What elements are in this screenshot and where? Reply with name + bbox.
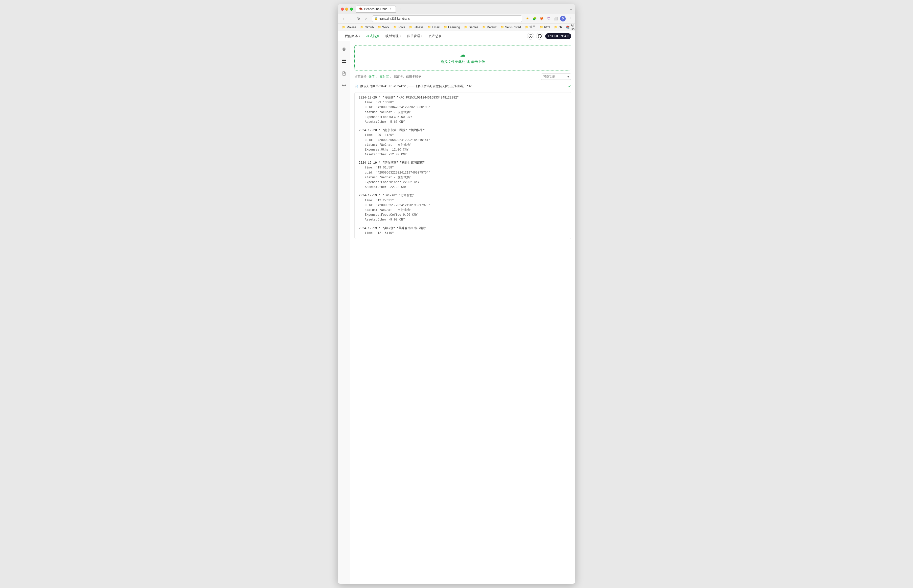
all-bookmarks-button[interactable]: 📚 All Bookmarks xyxy=(564,24,575,31)
bookmark-games[interactable]: 📁 Games xyxy=(462,25,480,30)
bookmark-label: Games xyxy=(469,26,479,29)
transaction-date: 2024-12-20 * "南京市第一医院" "预约挂号" xyxy=(359,128,567,133)
bookmark-folder-icon: 📁 xyxy=(444,26,447,29)
upload-cloud-icon: ☁ xyxy=(361,52,565,58)
close-button[interactable] xyxy=(341,8,344,11)
bookmark-changyong[interactable]: 📁 常用 xyxy=(523,24,537,30)
bookmark-label: ph xyxy=(558,26,562,29)
support-link-wechat[interactable]: 微信 xyxy=(369,74,375,79)
bookmark-github[interactable]: 📁 Github xyxy=(358,25,376,30)
file-name-text: 微信支付账单(20241001-20241220)——【解压密码可在微信支付公众… xyxy=(360,84,471,89)
file-document-icon: 📄 xyxy=(355,85,358,88)
svg-rect-2 xyxy=(342,60,344,61)
transaction-uuid: uuid: "4200002517202412190198217979" xyxy=(359,203,567,208)
menu-item-mapping[interactable]: 映射管理 ▾ xyxy=(382,32,404,40)
bookmark-default[interactable]: 📁 Default xyxy=(481,25,498,30)
menu-item-format[interactable]: 格式转换 xyxy=(363,32,382,40)
maximize-button[interactable] xyxy=(350,8,353,11)
content-area: ☁ 拖拽文件至此处 或 单击上传 当前支持 微信 、 支付宝 、 储蓄卡、信用卡… xyxy=(350,41,575,584)
bookmark-folder-icon: 📁 xyxy=(393,26,397,29)
traffic-lights xyxy=(341,8,353,11)
all-bookmarks-icon: 📚 xyxy=(566,26,570,29)
sidebar-settings-icon[interactable] xyxy=(340,82,348,90)
bookmark-folder-icon: 📁 xyxy=(427,26,431,29)
menu-item-assets[interactable]: 资产总表 xyxy=(426,32,445,40)
reload-button[interactable]: ↻ xyxy=(355,15,362,22)
svg-rect-5 xyxy=(344,61,346,63)
support-select[interactable]: 可选功能 ▾ xyxy=(541,73,571,80)
upload-text: 拖拽文件至此处 或 单击上传 xyxy=(361,60,565,64)
bookmark-label: Movies xyxy=(346,26,356,29)
extension-icon-2[interactable]: 🦊 xyxy=(539,16,544,21)
transaction-time: time: "09:11:20" xyxy=(359,133,567,138)
app-window: 🫘 Beancount-Trans × + ⌄ ‹ › ↻ ⌂ 🔒 trans.… xyxy=(338,4,575,584)
transaction-time: time: "12:15:10" xyxy=(359,231,567,236)
bookmark-label: 常用 xyxy=(529,25,536,29)
bookmark-self-hosted[interactable]: 📁 Self-Hosted xyxy=(499,25,523,30)
bookmark-label: Email xyxy=(432,26,440,29)
upload-zone[interactable]: ☁ 拖拽文件至此处 或 单击上传 xyxy=(355,45,571,71)
transaction-uuid: uuid: "4200002568202412202185210141" xyxy=(359,138,567,143)
github-icon xyxy=(537,34,542,38)
sidebar-grid-icon[interactable] xyxy=(340,57,348,65)
bookmark-label: Tools xyxy=(398,26,405,29)
bookmark-folder-icon: 📁 xyxy=(525,26,529,29)
extension-icon-4[interactable]: ⬜ xyxy=(553,16,558,21)
user-badge[interactable]: 17366002954 ▾ xyxy=(545,33,571,39)
menu-item-billing[interactable]: 账单管理 ▾ xyxy=(404,32,426,40)
bookmark-learning[interactable]: 📁 Learning xyxy=(442,25,462,30)
bookmark-fitness[interactable]: 📁 Fitness xyxy=(407,25,425,30)
minimize-button[interactable] xyxy=(345,8,348,11)
transaction-uuid: uuid: "4200002384202412209618030193" xyxy=(359,105,567,110)
extension-icon-3[interactable]: 🛡 xyxy=(546,16,552,21)
sidebar-location-icon[interactable] xyxy=(340,45,348,53)
transaction-entry-2: 2024-12-20 * "南京市第一医院" "预约挂号" time: "09:… xyxy=(359,128,567,157)
new-tab-button[interactable]: + xyxy=(397,6,403,12)
bookmark-star-icon[interactable]: ★ xyxy=(525,16,530,21)
transaction-entry-1: 2024-12-20 * "肯德基" "KFC_PREWX10012445168… xyxy=(359,95,567,124)
bookmark-label: Fitness xyxy=(414,26,423,29)
more-options-icon[interactable]: ⋮ xyxy=(567,16,573,21)
support-link-alipay[interactable]: 支付宝 xyxy=(380,74,389,79)
bookmarks-bar: 📁 Movies 📁 Github 📁 Work 📁 Tools 📁 Fitne… xyxy=(338,24,575,31)
menu-item-notebook[interactable]: 我的账本 ▾ xyxy=(342,32,363,40)
transaction-uuid: uuid: "4200066322202412197463075754" xyxy=(359,171,567,175)
address-bar[interactable]: 🔒 trans.dhr2333.cn/trans xyxy=(372,15,522,22)
transaction-expense: Expenses:Food:Dinner 22.02 CNY xyxy=(359,180,567,185)
svg-point-1 xyxy=(343,48,345,50)
sidebar-document-icon[interactable] xyxy=(340,69,348,78)
forward-button[interactable]: › xyxy=(348,15,355,22)
bookmark-folder-icon: 📁 xyxy=(342,26,346,29)
bookmark-html[interactable]: 📁 html xyxy=(538,25,552,30)
bookmark-ph[interactable]: 📁 ph xyxy=(552,25,564,30)
menu-item-label: 格式转换 xyxy=(366,34,379,39)
bookmarks-right: 📚 All Bookmarks xyxy=(564,24,575,31)
home-button[interactable]: ⌂ xyxy=(363,15,369,22)
profile-icon[interactable]: P xyxy=(560,16,566,21)
select-arrow-icon: ▾ xyxy=(567,75,569,79)
svg-point-8 xyxy=(343,85,345,86)
transaction-entry-3: 2024-12-19 * "稻香世家" "稻香世家同曙店" time: "19:… xyxy=(359,161,567,190)
bookmark-folder-icon: 📁 xyxy=(500,26,504,29)
bookmark-email[interactable]: 📁 Email xyxy=(426,25,441,30)
user-label: 17366002954 xyxy=(548,34,566,38)
back-button[interactable]: ‹ xyxy=(340,15,347,22)
bookmark-work[interactable]: 📁 Work xyxy=(376,25,391,30)
active-tab[interactable]: 🫘 Beancount-Trans × xyxy=(356,6,396,13)
transaction-time: time: "12:27:31" xyxy=(359,198,567,203)
tab-close-button[interactable]: × xyxy=(389,7,393,11)
bookmark-movies[interactable]: 📁 Movies xyxy=(340,25,358,30)
bookmark-label: Learning xyxy=(448,26,460,29)
github-button[interactable] xyxy=(536,32,543,40)
transaction-asset: Assets:Other -9.90 CNY xyxy=(359,218,567,222)
bookmark-folder-icon: 📁 xyxy=(540,26,543,29)
separator-1: 、 xyxy=(376,74,379,79)
transaction-time: time: "19:01:58" xyxy=(359,165,567,170)
extension-icon-1[interactable]: 🧩 xyxy=(532,16,537,21)
window-chevron-icon[interactable]: ⌄ xyxy=(570,7,572,11)
sidebar xyxy=(338,41,350,584)
file-row: 📄 微信支付账单(20241001-20241220)——【解压密码可在微信支付… xyxy=(355,83,571,90)
bookmark-folder-icon: 📁 xyxy=(482,26,486,29)
openai-button[interactable] xyxy=(527,32,534,40)
bookmark-tools[interactable]: 📁 Tools xyxy=(392,25,407,30)
